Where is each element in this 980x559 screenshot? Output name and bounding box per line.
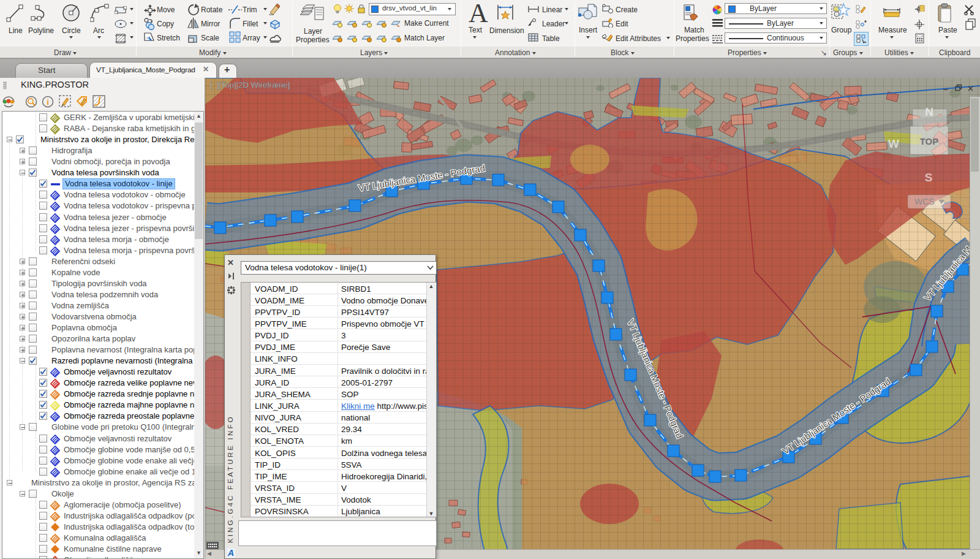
svg-text:W: W [888, 137, 899, 150]
svg-text:i: i [47, 97, 49, 107]
svg-text:S: S [925, 171, 933, 184]
svg-text:N: N [925, 105, 933, 118]
svg-text:[ ][Top][2D Wireframe]: [ ][Top][2D Wireframe] [210, 80, 290, 89]
svg-text:TOP: TOP [920, 136, 939, 146]
svg-text:WCS: WCS [914, 197, 935, 207]
